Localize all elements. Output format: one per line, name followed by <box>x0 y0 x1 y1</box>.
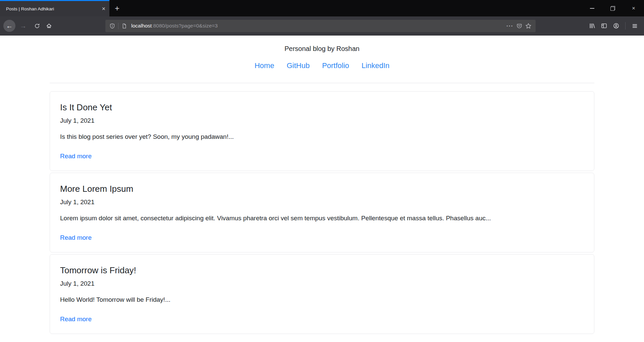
nav-link-github[interactable]: GitHub <box>287 61 309 71</box>
account-button[interactable] <box>610 20 622 32</box>
tab-title: Posts | Roshan Adhikari <box>6 6 99 11</box>
post-list: Is It Done Yet July 1, 2021 Is this blog… <box>50 91 594 334</box>
home-button[interactable] <box>43 20 55 32</box>
read-more-link[interactable]: Read more <box>60 315 92 324</box>
titlebar-drag-area <box>125 0 582 16</box>
tracking-protection-shield-icon[interactable] <box>109 23 115 29</box>
restore-button[interactable] <box>602 0 623 16</box>
browser-window: Posts | Roshan Adhikari × + × ← → <box>0 0 644 342</box>
sidebar-button[interactable] <box>598 20 610 32</box>
main-navigation: Home GitHub Portfolio LinkedIn <box>0 61 644 71</box>
new-tab-button[interactable]: + <box>109 0 125 16</box>
tab-close-icon[interactable]: × <box>102 6 105 12</box>
post-card: Tomorrow is Friday! July 1, 2021 Hello W… <box>50 254 594 334</box>
post-date: July 1, 2021 <box>60 198 584 207</box>
home-icon <box>46 23 52 29</box>
url-path: :8080/posts?page=0&size=3 <box>152 23 218 28</box>
post-title: Is It Done Yet <box>60 102 584 113</box>
toolbar-separator <box>625 22 626 30</box>
post-card: More Lorem Ipsum July 1, 2021 Lorem ipsu… <box>50 173 594 252</box>
url-bar[interactable]: localhost:8080/posts?page=0&size=3 ••• <box>105 20 536 32</box>
account-icon <box>613 23 619 29</box>
post-card: Is It Done Yet July 1, 2021 Is this blog… <box>50 91 594 171</box>
header-divider <box>50 83 594 83</box>
close-button[interactable]: × <box>623 0 644 16</box>
back-button[interactable]: ← <box>3 20 15 32</box>
menu-button[interactable] <box>629 20 641 32</box>
library-icon <box>589 23 595 29</box>
tab-bar: Posts | Roshan Adhikari × + × <box>0 0 644 16</box>
navigation-toolbar: ← → localhos <box>0 16 644 36</box>
sidebar-icon <box>601 23 607 29</box>
post-date: July 1, 2021 <box>60 279 584 288</box>
site-title: Personal blog by Roshan <box>0 36 644 53</box>
nav-link-home[interactable]: Home <box>254 61 274 71</box>
post-date: July 1, 2021 <box>60 116 584 125</box>
post-title: Tomorrow is Friday! <box>60 265 584 276</box>
restore-icon <box>610 6 615 11</box>
minimize-icon <box>590 8 594 9</box>
nav-link-portfolio[interactable]: Portfolio <box>322 61 349 71</box>
bookmark-star-icon[interactable] <box>525 23 532 29</box>
minimize-button[interactable] <box>582 0 602 16</box>
hamburger-menu-icon <box>632 23 638 29</box>
reload-icon <box>34 23 40 29</box>
read-more-link[interactable]: Read more <box>60 152 92 161</box>
pocket-icon[interactable] <box>516 23 522 29</box>
url-host: localhost <box>131 23 152 28</box>
back-arrow-icon: ← <box>6 22 13 30</box>
urlbar-separator <box>118 23 118 29</box>
post-excerpt: Hello World! Tomorrow will be Friday!... <box>60 295 584 304</box>
close-icon: × <box>632 5 635 12</box>
page-actions-icon[interactable]: ••• <box>506 24 513 28</box>
browser-tab[interactable]: Posts | Roshan Adhikari × <box>0 0 109 16</box>
post-title: More Lorem Ipsum <box>60 183 584 194</box>
library-button[interactable] <box>586 20 598 32</box>
page-content: Personal blog by Roshan Home GitHub Port… <box>0 36 644 342</box>
read-more-link[interactable]: Read more <box>60 233 92 242</box>
post-excerpt: Is this blog post series over yet? Soon,… <box>60 132 584 141</box>
url-text[interactable]: localhost:8080/posts?page=0&size=3 <box>131 23 218 29</box>
forward-arrow-icon: → <box>20 22 27 30</box>
page-info-icon[interactable] <box>121 23 127 29</box>
nav-link-linkedin[interactable]: LinkedIn <box>361 61 389 71</box>
reload-button[interactable] <box>31 20 43 32</box>
post-excerpt: Lorem ipsum dolor sit amet, consectetur … <box>60 214 584 223</box>
window-controls: × <box>582 0 644 16</box>
forward-button[interactable]: → <box>17 20 29 32</box>
plus-icon: + <box>115 4 119 13</box>
